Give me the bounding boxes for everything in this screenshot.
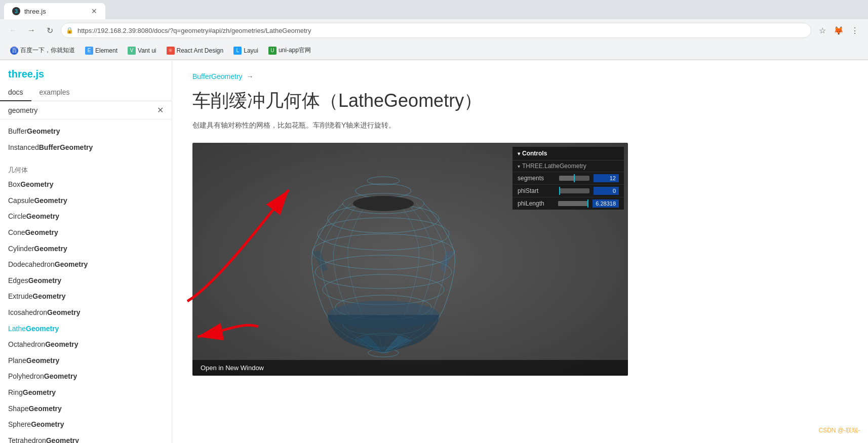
sidebar-item-octahedron-geometry[interactable]: OctahedronGeometry: [0, 337, 172, 353]
controls-panel: Controls THREE.LatheGeometry segments 12…: [512, 147, 624, 210]
menu-button[interactable]: ⋮: [848, 23, 862, 37]
bookmarks-bar: 百 百度一下，你就知道 E Element V Vant ui ⚛ React …: [0, 42, 868, 60]
sidebar-item-capsule-geometry[interactable]: CapsuleGeometry: [0, 193, 172, 209]
search-box: ✕: [0, 101, 172, 119]
tab-examples[interactable]: examples: [31, 84, 78, 101]
controls-label-phistart: phiStart: [518, 187, 555, 194]
address-bar-wrapper: 🔒: [61, 23, 811, 38]
sidebar-item-dodecahedron-geometry[interactable]: DodecahedronGeometry: [0, 257, 172, 273]
bookmark-label-layui: Layui: [244, 47, 258, 54]
bookmark-element[interactable]: E Element: [81, 45, 122, 57]
bookmark-label-react: React Ant Design: [177, 47, 224, 54]
controls-row-segments: segments 12: [512, 172, 624, 184]
csdn-watermark: CSDN @-联瑞-: [818, 426, 860, 435]
nav-tabs: docs examples: [0, 84, 172, 101]
controls-value-phistart: 0: [594, 187, 619, 195]
bookmark-baidu[interactable]: 百 百度一下，你就知道: [6, 44, 79, 57]
bookmark-favicon-layui: L: [233, 47, 242, 55]
sidebar-item-lathe-geometry[interactable]: LatheGeometry: [0, 321, 172, 337]
breadcrumb: BufferGeometry →: [192, 72, 848, 80]
bookmark-favicon-element: E: [85, 47, 93, 55]
controls-label-philength: phiLength: [518, 200, 554, 207]
sidebar-item-circle-geometry[interactable]: CircleGeometry: [0, 209, 172, 225]
bookmark-label-vantui: Vant ui: [138, 47, 156, 54]
sidebar-item-instanced-buffer-geometry[interactable]: InstancedBufferGeometry: [0, 140, 172, 156]
controls-row-philength: phiLength 6.28318: [512, 197, 624, 210]
bookmark-reactantdesign[interactable]: ⚛ React Ant Design: [163, 45, 228, 57]
controls-slider-philength[interactable]: [558, 201, 588, 206]
svg-point-10: [356, 184, 411, 198]
extension-button[interactable]: 🦊: [832, 23, 846, 37]
search-clear-button[interactable]: ✕: [157, 105, 164, 115]
bookmark-vantui[interactable]: V Vant ui: [124, 45, 160, 57]
breadcrumb-link[interactable]: BufferGeometry: [192, 72, 243, 80]
bookmark-favicon-react: ⚛: [167, 47, 175, 55]
sidebar-item-ring-geometry[interactable]: RingGeometry: [0, 385, 172, 401]
bookmark-uniapp[interactable]: U uni-app官网: [264, 44, 315, 57]
controls-label-segments: segments: [518, 175, 555, 182]
sidebar-item-buffer-geometry[interactable]: BufferGeometry: [0, 124, 172, 140]
sidebar: three.js docs examples ✕ BufferGeometry …: [0, 60, 172, 443]
reload-button[interactable]: ↻: [43, 23, 57, 37]
bookmark-label-uniapp: uni-app官网: [279, 46, 311, 55]
sidebar-item-cone-geometry[interactable]: ConeGeometry: [0, 225, 172, 241]
controls-row-phistart: phiStart 0: [512, 184, 624, 197]
sidebar-item-icosahedron-geometry[interactable]: IcosahedronGeometry: [0, 305, 172, 321]
back-button[interactable]: ←: [6, 23, 20, 37]
geometry-3d-svg: [277, 153, 500, 366]
bookmark-favicon-uniapp: U: [268, 47, 277, 55]
lock-icon: 🔒: [66, 27, 73, 34]
svg-point-4: [315, 255, 452, 289]
address-bar-input[interactable]: [61, 23, 811, 38]
search-input[interactable]: [8, 106, 153, 114]
sidebar-section-geometry: 几何体: [0, 162, 172, 177]
demo-container: Controls THREE.LatheGeometry segments 12…: [192, 143, 628, 376]
site-name[interactable]: three.js: [8, 68, 44, 79]
page-title: 车削缓冲几何体（LatheGeometry）: [192, 89, 848, 113]
breadcrumb-arrow: →: [246, 72, 253, 80]
open-new-window-label: Open in New Window: [201, 364, 264, 372]
controls-header: Controls: [512, 147, 624, 160]
main-content: BufferGeometry → 车削缓冲几何体（LatheGeometry） …: [172, 60, 868, 443]
controls-section: THREE.LatheGeometry: [512, 160, 624, 172]
bookmark-label-element: Element: [95, 47, 117, 54]
svg-point-14: [356, 197, 411, 210]
sidebar-item-shape-geometry[interactable]: ShapeGeometry: [0, 401, 172, 417]
sidebar-item-polyhedron-geometry[interactable]: PolyhedronGeometry: [0, 369, 172, 385]
svg-point-5: [323, 274, 444, 305]
tab-docs[interactable]: docs: [0, 84, 31, 101]
sidebar-item-cylinder-geometry[interactable]: CylinderGeometry: [0, 241, 172, 257]
bookmark-favicon-vantui: V: [128, 47, 136, 55]
sidebar-header: three.js: [0, 60, 172, 84]
sidebar-item-tetrahedron-geometry[interactable]: TetrahedronGeometry: [0, 433, 172, 443]
browser-toolbar: ← → ↻ 🔒 ☆ 🦊 ⋮: [0, 19, 868, 42]
sidebar-list[interactable]: BufferGeometry InstancedBufferGeometry 几…: [0, 119, 172, 443]
bookmark-layui[interactable]: L Layui: [229, 45, 262, 57]
controls-value-segments: 12: [594, 174, 619, 182]
star-button[interactable]: ☆: [815, 23, 830, 37]
browser-tab-active[interactable]: 3 three.js ✕: [4, 3, 105, 19]
sidebar-item-plane-geometry[interactable]: PlaneGeometry: [0, 353, 172, 369]
forward-button[interactable]: →: [24, 23, 38, 37]
page-content: three.js docs examples ✕ BufferGeometry …: [0, 60, 868, 443]
tab-close-button[interactable]: ✕: [91, 7, 97, 15]
sidebar-item-box-geometry[interactable]: BoxGeometry: [0, 177, 172, 193]
bookmark-label-baidu: 百度一下，你就知道: [20, 46, 75, 55]
browser-tabs: 3 three.js ✕: [0, 0, 868, 19]
sidebar-item-sphere-geometry[interactable]: SphereGeometry: [0, 417, 172, 433]
demo-footer: Open in New Window: [192, 360, 628, 376]
page-description: 创建具有轴对称性的网格，比如花瓶。车削绕着Y轴来进行旋转。: [192, 119, 848, 131]
controls-slider-phistart[interactable]: [559, 188, 589, 193]
controls-slider-segments[interactable]: [559, 176, 589, 181]
controls-value-philength: 6.28318: [593, 199, 619, 208]
sidebar-item-edges-geometry[interactable]: EdgesGeometry: [0, 273, 172, 289]
sidebar-item-extrude-geometry[interactable]: ExtrudeGeometry: [0, 289, 172, 305]
bookmark-favicon-baidu: 百: [10, 47, 18, 55]
tab-favicon: 3: [12, 7, 20, 15]
tab-title: three.js: [24, 8, 46, 15]
browser-chrome: 3 three.js ✕ ← → ↻ 🔒 ☆ 🦊 ⋮ 百 百度一下，你就知道 E…: [0, 0, 868, 60]
browser-actions: ☆ 🦊 ⋮: [815, 23, 862, 37]
